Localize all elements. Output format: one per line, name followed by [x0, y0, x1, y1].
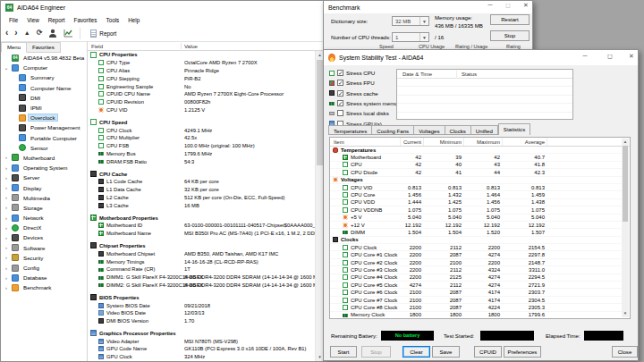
statistics-scrollbar[interactable]: ▲ ▼ [622, 139, 629, 317]
scrollbar-thumb[interactable] [623, 146, 628, 222]
sidebar-item-dmi[interactable]: DMI [1, 93, 87, 103]
start-button[interactable]: Start [330, 346, 357, 358]
checkbox-checked-icon[interactable]: ✓ [337, 80, 343, 86]
chevron-right-icon[interactable]: › [4, 155, 9, 160]
menu-view[interactable]: View [22, 17, 44, 23]
tab-statistics[interactable]: Statistics [498, 123, 530, 135]
sidebar-item-ipmi[interactable]: IPMI [1, 103, 87, 113]
stats-group-row[interactable]: Voltages [330, 177, 622, 184]
field-row[interactable]: CPU Multiplier42.5x [88, 134, 315, 142]
chevron-right-icon[interactable]: › [4, 215, 9, 221]
stats-row[interactable]: CPU Core #1 Clock2200208742742297.8 [330, 251, 622, 258]
col-maximum[interactable]: Maximum [463, 138, 502, 146]
sidebar-item-overclock[interactable]: Overclock [1, 113, 87, 122]
restart-button[interactable]: Restart [490, 14, 530, 25]
field-row[interactable]: System BIOS Date09/21/2018 [88, 301, 315, 309]
stress-option-stress-cpu[interactable]: ✓Stress CPU [329, 68, 402, 78]
chevron-right-icon[interactable]: › [4, 235, 9, 240]
chevron-right-icon[interactable]: › [4, 175, 9, 181]
stats-row[interactable]: CPU VID0.8130.8130.8130.813 [330, 184, 622, 191]
sidebar-item-motherboard[interactable]: ›Motherboard [1, 153, 87, 163]
sidebar-item-portable-computer[interactable]: Portable Computer [1, 133, 87, 143]
field-row[interactable]: CPUID Revision00800F82h [88, 98, 315, 106]
back-icon[interactable]: ‹ [5, 29, 8, 38]
field-group-row[interactable]: CPU Cache [88, 170, 315, 178]
stats-row[interactable]: CPU Core #3 Clock2200211243243311.0 [330, 266, 622, 274]
stats-group-row[interactable]: Clocks [330, 237, 622, 244]
field-row[interactable]: Engineering SampleNo [88, 82, 315, 90]
chevron-right-icon[interactable]: › [4, 275, 9, 281]
stats-row[interactable]: DIMM1.5041.5041.5201.507 [330, 229, 622, 236]
stats-row[interactable]: CPU Core #8 Clock2100208742242305.3 [330, 304, 622, 311]
stats-row[interactable]: +12 V12.19212.19212.19212.192 [330, 222, 622, 229]
chevron-right-icon[interactable]: › [4, 265, 9, 271]
log-status-header[interactable]: Status [462, 72, 477, 77]
sidebar-item-devices[interactable]: ›Devices [1, 232, 87, 242]
checkbox-checked-icon[interactable]: ✓ [337, 100, 343, 106]
sidebar-item-software[interactable]: ›Software [1, 243, 87, 253]
chevron-right-icon[interactable]: › [4, 195, 9, 200]
sidebar-item-power-management[interactable]: Power Management [1, 122, 87, 132]
stats-row[interactable]: CPU VDD1.4441.4251.4561.438 [330, 199, 622, 206]
checkbox-checked-icon[interactable]: ✓ [337, 70, 343, 76]
col-item[interactable]: Item [330, 138, 400, 146]
report-button[interactable]: Report [87, 28, 120, 39]
main-titlebar[interactable]: 64 AIDA64 Engineer [1, 1, 324, 14]
field-group-row[interactable]: Motherboard Properties [88, 214, 315, 222]
sidebar-tab-favorites[interactable]: Favorites [27, 42, 61, 53]
minimize-icon[interactable]: ─ [578, 53, 592, 59]
menu-report[interactable]: Report [44, 17, 70, 23]
field-row[interactable]: CPU AliasPinnacle Ridge [88, 67, 315, 75]
stats-row[interactable]: CPU Core1.4561.4321.4641.459 [330, 191, 622, 198]
sidebar-item-computer[interactable]: ⌄Computer [1, 63, 87, 72]
stats-row[interactable]: CPU Core #7 Clock2100208741742304.5 [330, 297, 622, 304]
chevron-right-icon[interactable]: › [4, 255, 9, 260]
field-row[interactable]: Command Rate (CR)1T [88, 265, 315, 274]
sidebar-item-benchmark[interactable]: ›Benchmark [1, 282, 87, 292]
refresh-icon[interactable]: ⟳ [37, 29, 43, 38]
save-button[interactable]: Save [432, 346, 460, 358]
field-row[interactable]: CPU TypeOctalCore AMD Ryzen 7 2700X [88, 59, 315, 67]
field-row[interactable]: GPU Code NameGK110B (PCI Express 3.0 x16… [88, 345, 315, 353]
field-row[interactable]: Video BIOS Date12/03/13 [88, 309, 315, 317]
sidebar-item-sensor[interactable]: Sensor [1, 143, 87, 153]
field-row[interactable]: L3 Cache16 MB [88, 201, 315, 209]
log-datetime-header[interactable]: Date & Time [402, 72, 432, 77]
chart-icon[interactable] [64, 29, 73, 38]
sidebar-tab-menu[interactable]: Menu [1, 42, 27, 53]
sidebar-item-directx[interactable]: ›DirectX [1, 223, 87, 232]
sidebar-item-server[interactable]: ›Server [1, 173, 87, 182]
sidebar-item-security[interactable]: ›Security [1, 253, 87, 263]
stress-option-stress-system-memory[interactable]: ✓Stress system memory [329, 98, 402, 108]
stats-row[interactable]: CPU42404341.8 [330, 162, 622, 169]
scrollbar-thumb[interactable] [317, 60, 323, 165]
stats-row[interactable]: CPU VDDNB1.0751.0751.0751.075 [330, 206, 622, 214]
cpu-threads-select[interactable]: 1 ▼ [392, 32, 429, 42]
field-row[interactable]: CPU FSB100.0 MHz (original: 100 MHz) [88, 142, 315, 150]
column-divider[interactable] [181, 43, 182, 49]
chevron-right-icon[interactable]: › [4, 185, 9, 190]
sidebar-item-aida64-v5-98-4832-beta[interactable]: 64AIDA64 v5.98.4832 Beta [1, 53, 87, 63]
field-row[interactable]: L1 Code Cache64 KB per core [88, 178, 315, 186]
stress-option-stress-local-disks[interactable]: Stress local disks [329, 108, 402, 118]
field-row[interactable]: GPU Clock324 MHz [88, 353, 315, 361]
menu-favorites[interactable]: Favorites [70, 17, 102, 23]
field-group-row[interactable]: Graphics Processor Properties [88, 330, 315, 338]
col-average[interactable]: Average [502, 138, 547, 146]
sidebar-item-display[interactable]: ›Display [1, 182, 87, 192]
menu-help[interactable]: Help [123, 17, 144, 23]
sidebar-item-computer-name[interactable]: Computer Name [1, 83, 87, 93]
chevron-right-icon[interactable]: › [4, 225, 9, 231]
sidebar-item-multimedia[interactable]: ›Multimedia [1, 193, 87, 203]
chevron-right-icon[interactable]: › [4, 165, 9, 171]
maximize-icon[interactable]: ◻ [603, 53, 617, 60]
field-row[interactable]: Motherboard NameMSI B350I Pro AC (MS-7A4… [88, 230, 315, 238]
field-row[interactable]: DIMM1: G Skill FlareX F4-3200C14-8GFX8 G… [88, 274, 315, 282]
close-button[interactable]: Close [612, 346, 638, 358]
field-group-row[interactable]: CPU Speed [88, 118, 315, 126]
chevron-right-icon[interactable]: › [4, 285, 9, 290]
stats-row[interactable]: CPU Core #4 Clock2200212542742294.5 [330, 274, 622, 282]
tab-cooling-fans[interactable]: Cooling Fans [372, 125, 414, 135]
field-row[interactable]: CPU Clock4249.1 MHz [88, 126, 315, 134]
maximize-icon[interactable]: ◻ [501, 2, 515, 9]
